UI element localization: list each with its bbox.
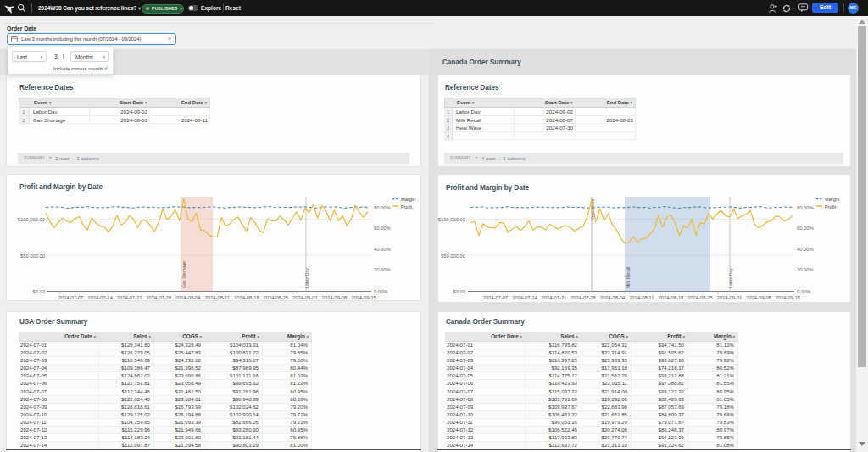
svg-text:60.00%: 60.00%	[374, 226, 391, 231]
svg-text:Milk Recall: Milk Recall	[626, 267, 631, 288]
svg-text:2024-09-15: 2024-09-15	[776, 295, 801, 300]
svg-text:2024-07-21: 2024-07-21	[117, 295, 142, 300]
svg-text:2024-08-04: 2024-08-04	[600, 295, 626, 300]
svg-text:40.00%: 40.00%	[797, 247, 814, 252]
svg-text:$100,000.00: $100,000.00	[438, 217, 465, 222]
svg-text:Margin: Margin	[401, 197, 415, 202]
svg-text:$50,000.00: $50,000.00	[20, 254, 45, 259]
svg-text:0.00%: 0.00%	[374, 289, 387, 294]
svg-text:2024-07-07: 2024-07-07	[483, 295, 509, 300]
svg-text:2024-07-28: 2024-07-28	[146, 295, 171, 300]
svg-text:Labor Day: Labor Day	[728, 268, 733, 288]
svg-text:2024-07-21: 2024-07-21	[542, 295, 567, 300]
svg-text:Gas Shortage: Gas Shortage	[181, 261, 186, 288]
svg-text:20.00%: 20.00%	[374, 267, 391, 272]
svg-text:2024-08-25: 2024-08-25	[264, 295, 289, 300]
svg-text:2024-08-11: 2024-08-11	[205, 295, 230, 300]
svg-text:2024-09-15: 2024-09-15	[351, 295, 376, 300]
svg-text:2024-09-08: 2024-09-08	[746, 295, 771, 300]
svg-text:80.00%: 80.00%	[797, 205, 814, 210]
svg-text:2024-08-18: 2024-08-18	[659, 295, 684, 300]
svg-text:80.00%: 80.00%	[374, 205, 391, 210]
svg-text:2024-09-01: 2024-09-01	[717, 295, 743, 300]
svg-text:2024-08-25: 2024-08-25	[687, 295, 713, 300]
svg-text:40.00%: 40.00%	[374, 247, 391, 252]
svg-text:2024-09-01: 2024-09-01	[292, 295, 318, 300]
svg-text:$0.00: $0.00	[32, 289, 45, 294]
svg-text:2024-07-28: 2024-07-28	[570, 295, 596, 300]
svg-text:$50,000.00: $50,000.00	[441, 254, 465, 259]
svg-text:60.00%: 60.00%	[797, 226, 814, 231]
svg-text:Profit: Profit	[401, 204, 413, 209]
svg-text:Profit: Profit	[825, 204, 837, 209]
svg-text:0.00%: 0.00%	[797, 289, 810, 294]
svg-text:Margin: Margin	[825, 197, 839, 202]
svg-text:$0.00: $0.00	[453, 289, 465, 294]
svg-text:Labor Day: Labor Day	[304, 268, 309, 288]
svg-text:$100,000.00: $100,000.00	[18, 217, 45, 222]
svg-text:2024-07-14: 2024-07-14	[87, 295, 113, 300]
svg-text:2024-08-04: 2024-08-04	[175, 295, 201, 300]
svg-text:2024-09-08: 2024-09-08	[322, 295, 348, 300]
svg-text:2024-07-14: 2024-07-14	[512, 295, 537, 300]
svg-text:2024-07-07: 2024-07-07	[58, 295, 84, 300]
svg-text:2024-08-18: 2024-08-18	[234, 295, 259, 300]
svg-text:2024-08-11: 2024-08-11	[629, 295, 654, 300]
svg-text:20.00%: 20.00%	[797, 267, 814, 272]
